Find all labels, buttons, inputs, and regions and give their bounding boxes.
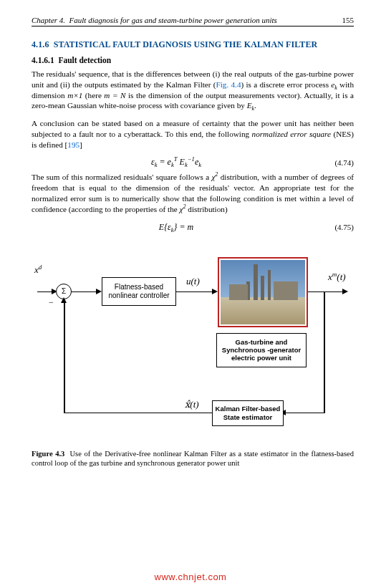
plant-photo [218, 257, 308, 327]
equation-body: E{εk} = m [32, 222, 321, 233]
paragraph-3: The sum of this normalized residuals' sq… [32, 172, 354, 214]
figure-4-3: xd Σ − Flatness-based nonlinear controll… [32, 246, 354, 468]
page-number: 155 [342, 16, 355, 24]
equation-number: (4.74) [321, 158, 354, 167]
equation-number: (4.75) [321, 223, 354, 231]
var-u-label: u(t) [186, 276, 200, 287]
section-heading: 4.1.6 STATISTICAL FAULT DIAGNOSIS USING … [32, 39, 354, 50]
block-diagram: xd Σ − Flatness-based nonlinear controll… [32, 246, 354, 446]
var-xhat-label: x̂(t) [185, 399, 199, 410]
equation-body: εk = ekT Ek−1ek [32, 157, 321, 168]
var-xd-label: xd [34, 264, 42, 276]
controller-block: Flatness-based nonlinear controller [102, 277, 176, 306]
estimator-block: Kalman Filter-based State estimator [212, 400, 284, 426]
minus-sign: − [49, 297, 54, 308]
running-header: Chapter 4. Fault diagnosis for gas and s… [32, 16, 354, 26]
citation-link[interactable]: 195 [67, 140, 79, 149]
plant-block: Gas-turbine and Synchronous -generator e… [216, 333, 307, 367]
paragraph-1: The residuals' sequence, that is the dif… [32, 69, 354, 111]
figure-caption: Figure 4.3 Use of the Derivative-free no… [32, 449, 354, 468]
subsection-heading: 4.1.6.1 Fault detection [32, 56, 354, 64]
figure-reference-link[interactable]: Fig. 4.4 [216, 80, 241, 89]
equation-4-75: E{εk} = m (4.75) [32, 222, 354, 233]
header-left: Chapter 4. Fault diagnosis for gas and s… [32, 16, 277, 24]
equation-4-74: εk = ekT Ek−1ek (4.74) [32, 157, 354, 168]
var-xm-label: xm(t) [328, 271, 346, 283]
paragraph-2: A conclusion can be stated based on a me… [32, 118, 354, 150]
watermark: www.chnjet.com [0, 572, 381, 582]
